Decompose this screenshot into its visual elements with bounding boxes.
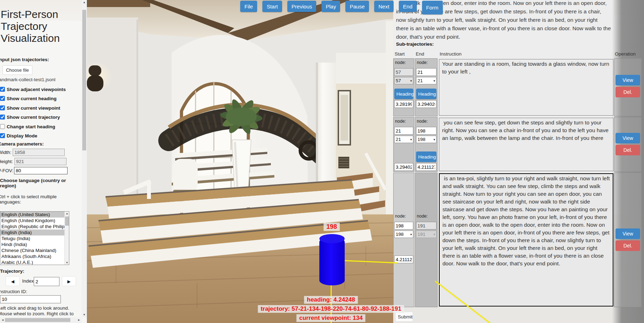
scrollbar-thumb[interactable] [5,318,70,322]
checkbox-icon[interactable] [0,96,5,101]
prev-trajectory-button[interactable]: ◀ [6,276,20,286]
scroll-left-icon[interactable]: ◄ [0,317,5,323]
row3-start-node-field[interactable] [394,222,413,230]
row2-end-heading-field[interactable] [416,163,436,171]
row2-end-node-select[interactable]: 198▾ [416,136,436,143]
checkbox-display-mode[interactable]: Display Mode [0,133,37,139]
row3-start-heading-field[interactable] [394,256,413,263]
language-option[interactable]: English (India) [0,230,69,235]
row3-delete-button[interactable]: Del. [616,240,640,251]
row3-start-node-select[interactable]: 198▾ [394,231,413,238]
vfov-field[interactable] [14,167,68,174]
previous-button[interactable]: Previous [287,1,316,12]
choose-file-button[interactable]: Choose file [2,65,32,75]
language-option[interactable]: English (United States) [0,212,69,218]
scrollbar-thumb[interactable] [65,217,69,226]
listbox-scrollbar[interactable]: ▲ ▼ [64,212,69,265]
sidebar-vertical-scrollbar[interactable]: ▲ ▼ [82,0,87,317]
row2-operation-cell: View Del. [614,117,642,172]
row2-end-heading-button[interactable]: Heading [416,151,436,162]
chevron-down-icon: ▾ [410,138,412,141]
row1-end-heading-button[interactable]: Heading [416,89,436,99]
right-arrow-icon: ▶ [67,279,70,284]
scroll-up-icon[interactable]: ▲ [65,212,69,215]
checkbox-icon[interactable] [0,133,5,138]
row1-end-node-field[interactable] [416,68,436,76]
trajectory-index-field[interactable] [34,277,59,286]
scroll-right-icon[interactable]: ► [76,317,82,323]
next-button[interactable]: Next [374,1,394,12]
row2-start-node-field[interactable] [394,127,413,135]
column-header-start: Start [395,51,405,57]
toolbar: File Start Previous Play Pause Next End … [240,1,443,14]
left-arrow-icon: ◀ [11,279,14,284]
end-button[interactable]: End [399,1,417,12]
row2-delete-button[interactable]: Del. [616,145,640,155]
row1-end-heading-field[interactable] [416,100,436,108]
checkbox-label: Show current trajectory [7,115,60,120]
play-button[interactable]: Play [321,1,340,12]
checkbox-change-start-heading[interactable]: Change start heading [0,123,55,130]
instruction-id-field[interactable] [0,295,61,303]
camera-parameters-label: Camera parameters: [0,141,44,147]
scroll-down-icon[interactable]: ▼ [82,312,87,317]
language-listbox[interactable]: English (United States) English (United … [0,211,69,265]
checkbox-show-adjacent-viewpoints[interactable]: Show adjacent viewpoints [0,86,66,92]
node-label: node: [394,118,413,127]
language-option[interactable]: Arabic (U.A.E.) [0,259,69,265]
row3-end-node-field[interactable] [416,222,436,230]
row2-end-node-field[interactable] [416,127,436,135]
row1-start-heading-button[interactable]: Heading [394,89,413,99]
language-option[interactable]: English (Republic of the Philippines) [0,224,69,230]
form-button[interactable]: Form [422,1,443,14]
checkbox-icon[interactable] [0,105,5,110]
node-label: node: [394,59,413,68]
language-option[interactable]: Telugu (India) [0,235,69,241]
scroll-down-icon[interactable]: ▼ [65,261,69,264]
row2-start-heading-field[interactable] [394,163,413,171]
language-option[interactable]: Chinese (China Mainland) [0,247,69,253]
checkbox-show-current-viewpoint[interactable]: Show current viewpoint [0,105,60,111]
camera-height-row: Height: [0,158,66,165]
checkbox-icon[interactable] [0,115,5,119]
row2-start-cell: node: 21▾ [393,117,414,172]
submit-button[interactable]: Submit [395,312,413,322]
language-option[interactable]: English (United Kingdom) [0,218,69,224]
page-title: First-Person Trajectory Visualization [1,8,76,44]
sidebar: First-Person Trajectory Visualization In… [0,0,87,323]
row3-end-node-select[interactable]: 191▾ [416,231,436,238]
row1-start-node-select[interactable]: 57▾ [394,77,413,84]
chevron-down-icon: ▾ [433,138,435,141]
next-trajectory-button[interactable]: ▶ [62,276,76,286]
start-button[interactable]: Start [262,1,282,12]
checkbox-show-current-trajectory[interactable]: Show current trajectory [0,114,60,120]
chevron-down-icon: ▾ [433,233,435,236]
height-field[interactable] [14,158,66,165]
row1-end-cell: node: 21▾ Heading [415,58,438,116]
row2-view-button[interactable]: View [616,133,640,143]
scroll-up-icon[interactable]: ▲ [82,0,87,5]
row1-instruction-textarea[interactable]: Your are standing in a room, facing towa… [439,59,613,116]
checkbox-label: Change start heading [7,124,55,129]
width-field[interactable] [13,149,65,156]
checkbox-icon[interactable] [0,87,5,92]
row2-instruction-textarea[interactable]: you can see few step, get down the steps… [439,118,613,171]
file-button[interactable]: File [240,1,257,12]
row3-view-button[interactable]: View [616,228,640,239]
row1-start-node-field[interactable] [394,68,413,76]
row1-end-node-select[interactable]: 21▾ [416,77,436,84]
language-option[interactable]: Hindi (India) [0,241,69,247]
checkbox-show-current-heading[interactable]: Show current heading [0,95,57,102]
scrollbar-thumb[interactable] [82,10,86,150]
row2-start-node-select[interactable]: 21▾ [394,136,413,143]
row1-view-button[interactable]: View [616,75,640,85]
row1-delete-button[interactable]: Del. [616,87,640,97]
node-label: node: [394,213,413,222]
select-value: 21 [396,137,401,142]
language-option[interactable]: Afrikaans (South Africa) [0,253,69,259]
row1-start-heading-field[interactable] [394,100,413,108]
sidebar-horizontal-scrollbar[interactable]: ◄ ► [0,317,82,323]
row3-instruction-textarea[interactable]: is an tea-poi, slightly turn to your rig… [439,173,613,306]
checkbox-icon[interactable] [0,124,5,129]
pause-button[interactable]: Pause [345,1,369,12]
